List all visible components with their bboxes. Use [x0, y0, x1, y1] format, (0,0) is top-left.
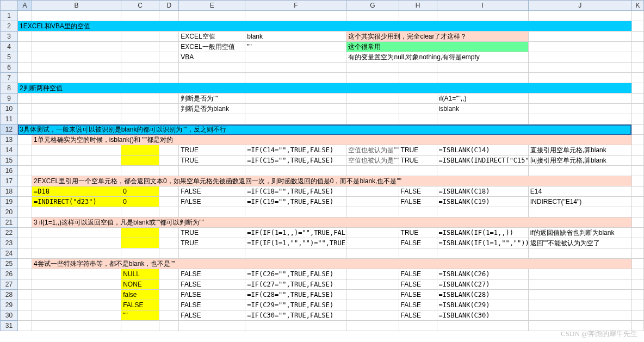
cell[interactable]: =IF(C18="",TRUE,FALSE) — [245, 186, 346, 197]
column-headers[interactable]: A B C D E F G H I J K — [1, 1, 644, 11]
row-header[interactable]: 7 — [1, 73, 18, 83]
row-25[interactable]: 254尝试一些特殊字符串等，都不是blank，也不是"" — [1, 259, 644, 269]
cell[interactable]: =ISBLANK(C29) — [437, 300, 528, 310]
row-header[interactable]: 30 — [1, 310, 18, 321]
cell[interactable]: =ISBLANK(IF(1=1,,)) — [437, 228, 528, 238]
row-12[interactable]: 123具体测试，一般来说可以被识别是blank的都可以识别为""，反之则不行 — [1, 125, 644, 135]
row-7[interactable]: 7 — [1, 73, 644, 83]
cell[interactable]: =IF(IF(1=1,"","")="",TRUE,FALSE) — [245, 238, 346, 248]
row-header[interactable]: 1 — [1, 11, 18, 21]
cell[interactable]: 1单元格确实为空的时候，isblank()和 ""都是对的 — [32, 135, 632, 145]
row-11[interactable]: 11 — [1, 114, 644, 125]
cell[interactable]: FALSE — [179, 269, 245, 279]
row-3[interactable]: 3EXCEL空值blank这个其实很少用到，完全clear了才这样？ — [1, 32, 644, 42]
row-header[interactable]: 6 — [1, 63, 18, 73]
row-27[interactable]: 27NONEFALSE=IF(C27="",TRUE,FALSE)FALSE=I… — [1, 279, 644, 290]
cell[interactable]: =ISBLANK(C28) — [437, 290, 528, 300]
cell[interactable]: =ISBLANK(C14) — [437, 145, 528, 156]
row-header[interactable]: 26 — [1, 269, 18, 279]
cell[interactable]: =ISBLANK(C30) — [437, 310, 528, 321]
cell[interactable]: =IF(C27="",TRUE,FALSE) — [245, 279, 346, 290]
cell[interactable]: TRUE — [179, 238, 245, 248]
cell[interactable]: 0 — [121, 186, 159, 197]
cell[interactable]: FALSE — [399, 238, 437, 248]
cell[interactable]: FALSE — [121, 300, 159, 310]
col-header-G[interactable]: G — [346, 1, 399, 11]
cell[interactable]: =ISBLANK(C27) — [437, 279, 528, 290]
cell-active[interactable]: 3具体测试，一般来说可以被识别是blank的都可以识别为""，反之则不行 — [18, 125, 632, 135]
cell[interactable]: =IF(C14="",TRUE,FALSE) — [245, 145, 346, 156]
cell[interactable]: TRUE — [179, 156, 245, 166]
row-header[interactable]: 22 — [1, 228, 18, 238]
cell[interactable]: isblank — [437, 104, 528, 114]
cell[interactable]: TRUE — [179, 228, 245, 238]
cell[interactable]: =ISBLANK(IF(1=1,"","")) — [437, 238, 528, 248]
row-4[interactable]: 4EXCEL一般用空值""这个很常用 — [1, 42, 644, 52]
cell[interactable]: INDIRECT("E14") — [528, 197, 631, 207]
cell[interactable]: 0 — [121, 197, 159, 207]
col-header-A[interactable]: A — [18, 1, 32, 11]
cell[interactable]: NULL — [121, 269, 159, 279]
cell[interactable]: FALSE — [399, 279, 437, 290]
cell[interactable]: =IF(C15="",TRUE,FALSE) — [245, 156, 346, 166]
cell[interactable]: =INDIRECT("d23") — [32, 197, 121, 207]
row-26[interactable]: 26NULLFALSE=IF(C26="",TRUE,FALSE)FALSE=I… — [1, 269, 644, 279]
cell[interactable]: 有的变量置空为null,对象nothing,有得是empty — [346, 52, 528, 63]
row-header[interactable]: 18 — [1, 186, 18, 197]
col-header-E[interactable]: E — [179, 1, 245, 11]
col-header-C[interactable]: C — [121, 1, 159, 11]
cell[interactable]: "" — [121, 310, 159, 321]
row-6[interactable]: 6 — [1, 63, 644, 73]
row-header[interactable]: 25 — [1, 259, 18, 269]
cell[interactable]: 空值也被认为是"" — [346, 145, 399, 156]
row-header[interactable]: 28 — [1, 290, 18, 300]
col-header-J[interactable]: J — [528, 1, 631, 11]
row-header[interactable]: 15 — [1, 156, 18, 166]
cell[interactable]: FALSE — [179, 290, 245, 300]
col-header-B[interactable]: B — [32, 1, 121, 11]
row-header[interactable]: 14 — [1, 145, 18, 156]
row-header[interactable]: 27 — [1, 279, 18, 290]
col-header-K[interactable]: K — [631, 1, 643, 11]
cell[interactable]: =IF(IF(1=1,,)="",TRUE,FALSE) — [245, 228, 346, 238]
cell[interactable]: 判断是否为"" — [179, 94, 245, 104]
row-header[interactable]: 13 — [1, 135, 18, 145]
cell[interactable]: =IF(C29="",TRUE,FALSE) — [245, 300, 346, 310]
row-header[interactable]: 17 — [1, 176, 18, 186]
row-17[interactable]: 172EXCEL里引用一个空单元格，都会返回文本0，如果空单元格先被函数返回一次… — [1, 176, 644, 186]
cell[interactable]: TRUE — [399, 145, 437, 156]
cell[interactable]: FALSE — [399, 310, 437, 321]
row-header[interactable]: 10 — [1, 104, 18, 114]
row-30[interactable]: 30""FALSE=IF(C30="",TRUE,FALSE)FALSE=ISB… — [1, 310, 644, 321]
cell[interactable]: EXCEL空值 — [179, 32, 245, 42]
col-header-F[interactable]: F — [245, 1, 346, 11]
cell[interactable]: 2EXCEL里引用一个空单元格，都会返回文本0，如果空单元格先被函数返回一次，则… — [32, 176, 632, 186]
cell[interactable]: false — [121, 290, 159, 300]
row-header[interactable]: 24 — [1, 248, 18, 259]
cell[interactable]: 3 if(1=1,,)这样可以返回空值，凡是blank或""都可以判断为"" — [32, 217, 632, 228]
row-5[interactable]: 5VBA有的变量置空为null,对象nothing,有得是empty — [1, 52, 644, 63]
cell[interactable]: 直接引用空单元格,算blank — [528, 145, 631, 156]
cell[interactable]: =IF(C30="",TRUE,FALSE) — [245, 310, 346, 321]
cell[interactable]: FALSE — [399, 290, 437, 300]
row-15[interactable]: 15TRUE=IF(C15="",TRUE,FALSE)空值也被认为是""TRU… — [1, 156, 644, 166]
cell[interactable]: EXCEL一般用空值 — [179, 42, 245, 52]
row-20[interactable]: 20 — [1, 207, 644, 217]
cell[interactable]: 1EXCEL和VBA里的空值 — [18, 21, 632, 32]
row-23[interactable]: 23TRUE=IF(IF(1=1,"","")="",TRUE,FALSE)FA… — [1, 238, 644, 248]
col-header-D[interactable]: D — [159, 1, 179, 11]
cell[interactable]: =ISBLANK(INDIRECT("C15")) — [437, 156, 528, 166]
cell[interactable]: FALSE — [179, 300, 245, 310]
cell[interactable]: VBA — [179, 52, 245, 63]
cell[interactable]: if的返回值缺省也判断为blank — [528, 228, 631, 238]
row-31[interactable]: 31 — [1, 321, 644, 331]
row-13[interactable]: 131单元格确实为空的时候，isblank()和 ""都是对的 — [1, 135, 644, 145]
row-10[interactable]: 10判断是否为blankisblank — [1, 104, 644, 114]
cell[interactable]: FALSE — [399, 186, 437, 197]
row-header[interactable]: 23 — [1, 238, 18, 248]
cell[interactable]: =ISBLANK(C18) — [437, 186, 528, 197]
col-header-H[interactable]: H — [399, 1, 437, 11]
cell[interactable]: blank — [245, 32, 346, 42]
cell[interactable]: 这个其实很少用到，完全clear了才这样？ — [346, 32, 528, 42]
cell[interactable]: FALSE — [399, 269, 437, 279]
